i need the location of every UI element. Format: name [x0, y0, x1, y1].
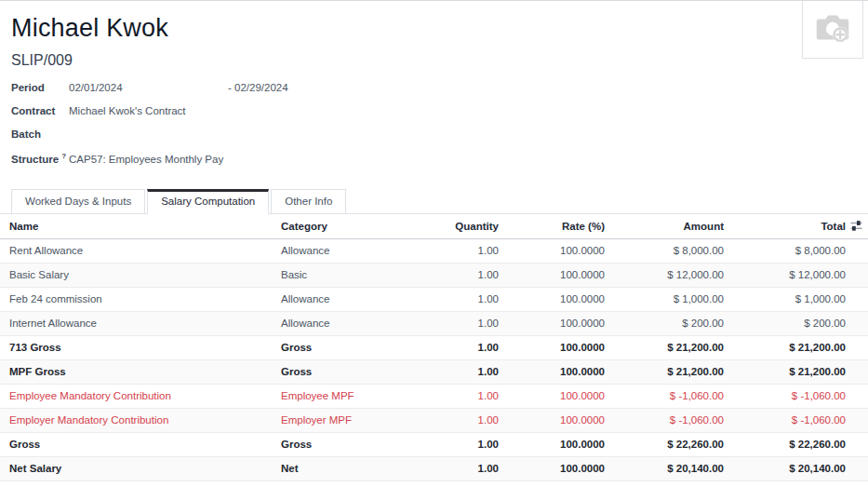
cell-name[interactable]: Employee Mandatory Contribution [0, 384, 272, 408]
salary-line-row[interactable]: Net Salary Net 1.00 100.0000 $ 20,140.00… [0, 456, 868, 480]
period-label: Period [11, 82, 69, 93]
employee-photo-upload[interactable] [802, 0, 863, 59]
cell-spacer [848, 311, 868, 335]
cell-category: Employee MPF [272, 384, 426, 408]
structure-label: Structure ? [11, 152, 69, 165]
cell-amount: $ 21,200.00 [607, 335, 726, 359]
cell-name[interactable]: Net Salary [0, 456, 272, 480]
batch-label: Batch [11, 129, 69, 140]
cell-spacer [848, 456, 868, 480]
tab-other-info[interactable]: Other Info [271, 189, 346, 214]
cell-spacer [848, 335, 868, 359]
salary-line-row[interactable]: Basic Salary Basic 1.00 100.0000 $ 12,00… [0, 263, 868, 287]
cell-name[interactable]: Internet Allowance [0, 311, 272, 335]
col-header-category[interactable]: Category [272, 214, 426, 238]
cell-total: $ 20,140.00 [726, 456, 848, 480]
cell-quantity: 1.00 [426, 311, 501, 335]
cell-total: $ 8,000.00 [726, 238, 848, 263]
cell-total: $ 21,200.00 [726, 359, 848, 384]
page-title: Michael Kwok [11, 14, 857, 43]
salary-line-row[interactable]: 713 Gross Gross 1.00 100.0000 $ 21,200.0… [0, 335, 868, 359]
structure-input[interactable]: CAP57: Employees Monthly Pay [69, 154, 223, 165]
field-batch: Batch [11, 129, 857, 152]
tab-worked-days-inputs[interactable]: Worked Days & Inputs [11, 189, 145, 214]
cell-name[interactable]: Monthly End Autopay [0, 480, 272, 487]
cell-total: $ -1,060.00 [726, 408, 848, 432]
cell-amount: $ 200.00 [607, 311, 726, 335]
cell-quantity: 1.00 [426, 456, 501, 480]
cell-quantity: 1.00 [426, 263, 501, 287]
salary-line-row[interactable]: MPF Gross Gross 1.00 100.0000 $ 21,200.0… [0, 359, 868, 384]
cell-amount: $ 8,000.00 [607, 238, 726, 263]
cell-rate: 100.0000 [501, 287, 607, 311]
cell-category: Employer MPF [272, 408, 426, 432]
salary-line-row[interactable]: Employer Mandatory Contribution Employer… [0, 408, 868, 432]
cell-name[interactable]: Feb 24 commission [0, 287, 272, 311]
cell-category: Gross [272, 432, 426, 456]
contract-label: Contract [11, 105, 69, 116]
cell-total: $ 21,200.00 [726, 335, 848, 359]
cell-quantity: 1.00 [426, 359, 501, 384]
cell-name[interactable]: Employer Mandatory Contribution [0, 408, 272, 432]
optional-columns-toggle-icon[interactable] [850, 220, 862, 232]
cell-amount: $ -1,060.00 [607, 384, 726, 408]
cell-name[interactable]: 713 Gross [0, 335, 272, 359]
cell-name[interactable]: MPF Gross [0, 359, 272, 384]
cell-rate: 100.0000 [501, 311, 607, 335]
cell-quantity: 1.00 [426, 287, 501, 311]
col-header-amount[interactable]: Amount [607, 214, 726, 238]
cell-rate: 100.0000 [501, 408, 607, 432]
period-to-input[interactable]: - 02/29/2024 [228, 82, 288, 93]
cell-spacer [848, 384, 868, 408]
cell-name[interactable]: Rent Allowance [0, 238, 272, 263]
cell-category: Gross [272, 335, 426, 359]
cell-category: Allowance [272, 287, 426, 311]
cell-category: Allowance [272, 238, 426, 263]
field-contract: Contract Michael Kwok's Contract [11, 105, 857, 129]
col-header-name[interactable]: Name [0, 214, 272, 238]
cell-quantity: 1.00 [426, 335, 501, 359]
cell-amount: $ 21,200.00 [607, 359, 726, 384]
cell-amount: $ 1,000.00 [607, 287, 726, 311]
cell-rate: 100.0000 [501, 384, 607, 408]
cell-category: Allowance [272, 311, 426, 335]
period-from-input[interactable]: 02/01/2024 [69, 82, 228, 93]
cell-quantity: 1.00 [426, 384, 501, 408]
help-marker-icon: ? [61, 152, 66, 160]
col-header-total[interactable]: Total [726, 214, 848, 238]
cell-rate: 100.0000 [501, 263, 607, 287]
structure-label-text: Structure [11, 154, 59, 165]
cell-total: $ 22,260.00 [726, 432, 848, 456]
cell-spacer [848, 359, 868, 384]
cell-spacer [848, 287, 868, 311]
cell-rate: 100.0000 [501, 456, 607, 480]
cell-spacer [848, 480, 868, 487]
salary-line-row[interactable]: Feb 24 commission Allowance 1.00 100.000… [0, 287, 868, 311]
salary-line-row[interactable]: Employee Mandatory Contribution Employee… [0, 384, 868, 408]
cell-spacer [848, 263, 868, 287]
cell-name[interactable]: Gross [0, 432, 272, 456]
salary-line-row[interactable]: Monthly End Autopay Autopay 1.00 100.000… [0, 480, 868, 487]
col-header-quantity[interactable]: Quantity [426, 214, 501, 238]
cell-category: Net [272, 456, 426, 480]
salary-line-row[interactable]: Gross Gross 1.00 100.0000 $ 22,260.00 $ … [0, 432, 868, 456]
tab-salary-computation[interactable]: Salary Computation [147, 189, 269, 214]
cell-rate: 100.0000 [501, 359, 607, 384]
optional-columns-header [848, 214, 868, 238]
payslip-form: Michael Kwok SLIP/009 Period 02/01/2024 … [0, 1, 868, 487]
field-group: Period 02/01/2024 - 02/29/2024 Contract … [11, 82, 857, 175]
cell-rate: 100.0000 [501, 238, 607, 263]
cell-total: $ 20,140.00 [726, 480, 848, 487]
cell-category: Autopay [272, 480, 426, 487]
salary-line-row[interactable]: Internet Allowance Allowance 1.00 100.00… [0, 311, 868, 335]
contract-input[interactable]: Michael Kwok's Contract [69, 105, 186, 116]
salary-line-row[interactable]: Rent Allowance Allowance 1.00 100.0000 $… [0, 238, 868, 263]
col-header-rate[interactable]: Rate (%) [501, 214, 607, 238]
notebook-tabs: Worked Days & Inputs Salary Computation … [0, 186, 868, 214]
cell-quantity: 1.00 [426, 432, 501, 456]
cell-amount: $ -1,060.00 [607, 408, 726, 432]
camera-plus-icon [811, 7, 854, 49]
cell-name[interactable]: Basic Salary [0, 263, 272, 287]
cell-spacer [848, 408, 868, 432]
cell-total: $ 12,000.00 [726, 263, 848, 287]
